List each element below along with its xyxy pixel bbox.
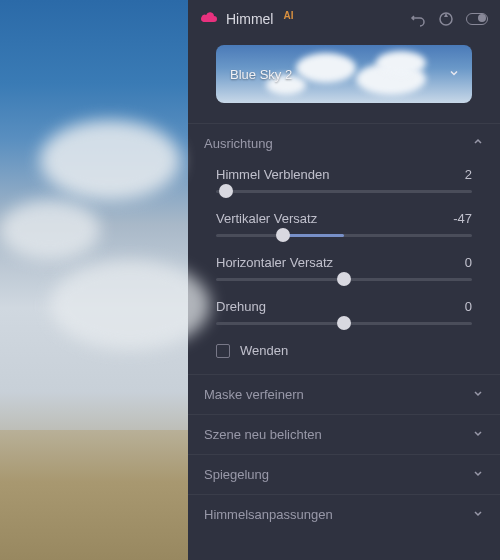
toggle-visibility[interactable] <box>466 13 488 25</box>
chevron-down-icon <box>472 427 484 442</box>
section-label: Himmelsanpassungen <box>204 507 333 522</box>
section-label: Spiegelung <box>204 467 269 482</box>
checkbox-wenden[interactable] <box>216 344 230 358</box>
slider-horizontal: Horizontaler Versatz 0 <box>216 255 472 281</box>
slider-track[interactable] <box>216 278 472 281</box>
checkbox-wenden-row: Wenden <box>216 343 472 358</box>
slider-vertikal: Vertikaler Versatz -47 <box>216 211 472 237</box>
image-preview <box>0 0 188 560</box>
slider-value: 2 <box>465 167 472 182</box>
section-label: Szene neu belichten <box>204 427 322 442</box>
slider-label: Drehung <box>216 299 266 314</box>
section-szene[interactable]: Szene neu belichten <box>188 414 500 454</box>
chevron-down-icon <box>448 67 460 82</box>
chevron-down-icon <box>472 387 484 402</box>
sky-preset-selector[interactable]: Blue Sky 2 <box>216 45 472 103</box>
cloud-icon <box>200 10 218 27</box>
section-label: Ausrichtung <box>204 136 273 151</box>
chevron-up-icon <box>472 136 484 151</box>
section-himmelsanp[interactable]: Himmelsanpassungen <box>188 494 500 534</box>
slider-drehung: Drehung 0 <box>216 299 472 325</box>
section-ausrichtung[interactable]: Ausrichtung <box>188 123 500 163</box>
slider-label: Vertikaler Versatz <box>216 211 317 226</box>
slider-label: Himmel Verblenden <box>216 167 329 182</box>
undo-icon[interactable] <box>410 11 426 27</box>
slider-track[interactable] <box>216 190 472 193</box>
preset-label: Blue Sky 2 <box>230 67 292 82</box>
ausrichtung-controls: Himmel Verblenden 2 Vertikaler Versatz -… <box>188 163 500 374</box>
checkbox-label: Wenden <box>240 343 288 358</box>
target-icon[interactable] <box>438 11 454 27</box>
chevron-down-icon <box>472 467 484 482</box>
section-spiegelung[interactable]: Spiegelung <box>188 454 500 494</box>
slider-track[interactable] <box>216 322 472 325</box>
slider-value: 0 <box>465 255 472 270</box>
chevron-down-icon <box>472 507 484 522</box>
slider-value: 0 <box>465 299 472 314</box>
section-label: Maske verfeinern <box>204 387 304 402</box>
panel-header: Himmel AI <box>188 0 500 39</box>
slider-verblenden: Himmel Verblenden 2 <box>216 167 472 193</box>
slider-label: Horizontaler Versatz <box>216 255 333 270</box>
panel-title: Himmel <box>226 11 273 27</box>
slider-track[interactable] <box>216 234 472 237</box>
section-maske[interactable]: Maske verfeinern <box>188 374 500 414</box>
ai-badge: AI <box>283 10 293 21</box>
slider-value: -47 <box>453 211 472 226</box>
sky-panel: Himmel AI Blue Sky 2 Ausrichtung <box>188 0 500 560</box>
